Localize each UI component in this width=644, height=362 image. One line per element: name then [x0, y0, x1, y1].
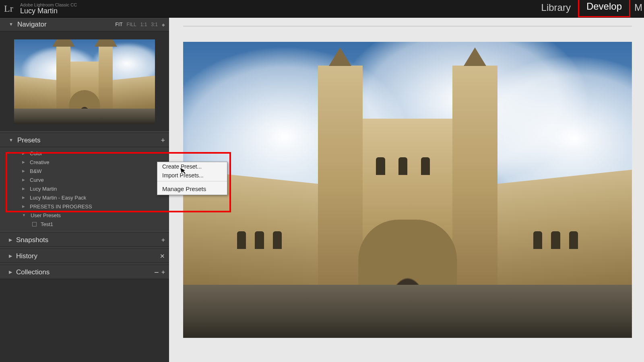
menu-import-presets[interactable]: Import Presets...	[157, 171, 227, 180]
presets-list: ▶Color ▶Creative ▶B&W ▶Curve ▶Lucy Marti…	[0, 147, 169, 231]
add-preset-button[interactable]: +	[161, 136, 165, 145]
tab-library[interactable]: Library	[534, 0, 578, 17]
collections-panel-header[interactable]: ▶ Collections − +	[0, 265, 169, 279]
zoom-fill[interactable]: FILL	[127, 22, 136, 27]
preset-folder-label: Lucy Martin	[30, 186, 57, 192]
collapsed-triangle-icon: ▶	[22, 178, 25, 182]
preset-folder-label: B&W	[30, 168, 42, 174]
preset-folder-in-progress[interactable]: ▶PRESETS IN PROGRESS	[0, 202, 169, 211]
canvas-area	[169, 18, 644, 362]
preset-folder-label: Curve	[30, 177, 44, 183]
clear-history-button[interactable]: ✕	[160, 253, 165, 260]
collapsed-triangle-icon: ▶	[22, 151, 25, 155]
presets-panel-header[interactable]: ▼ Presets +	[0, 134, 169, 147]
tab-develop[interactable]: Develop	[578, 0, 630, 17]
toolbar-divider	[183, 26, 632, 27]
collapsed-triangle-icon[interactable]: ▶	[9, 253, 12, 259]
history-title: History	[16, 252, 37, 260]
preset-item-label: Test1	[41, 221, 53, 227]
app-logo: Lr	[4, 3, 20, 14]
module-tabs: Library Develop M	[534, 0, 644, 17]
preset-folder-label: Color	[30, 150, 42, 156]
preset-folder-label: Creative	[30, 159, 49, 165]
add-collection-button[interactable]: +	[161, 269, 165, 276]
collapsed-triangle-icon[interactable]: ▶	[9, 269, 12, 275]
title-stack: Adobe Lightroom Classic CC Lucy Martin	[20, 2, 77, 15]
preset-folder-curve[interactable]: ▶Curve	[0, 175, 169, 184]
menu-create-preset[interactable]: Create Preset...	[157, 162, 227, 171]
snapshots-title: Snapshots	[16, 236, 48, 244]
zoom-more-icon[interactable]: ◆	[162, 23, 165, 27]
presets-context-menu: Create Preset... Import Presets... Manag…	[157, 162, 227, 195]
expanded-triangle-icon: ▼	[22, 213, 26, 217]
navigator-panel-header[interactable]: ▼ Navigator FIT FILL 1:1 3:1 ◆	[0, 18, 169, 31]
collections-title: Collections	[16, 268, 50, 276]
tab-more-cut[interactable]: M	[630, 0, 644, 17]
collapsed-triangle-icon: ▶	[22, 195, 25, 200]
snapshots-panel-header[interactable]: ▶ Snapshots +	[0, 233, 169, 247]
navigator-thumbnail[interactable]	[14, 39, 155, 124]
navigator-title: Navigator	[17, 21, 47, 29]
preset-folder-lucy-martin[interactable]: ▶Lucy Martin	[0, 184, 169, 193]
zoom-3-1[interactable]: 3:1	[151, 22, 158, 27]
preset-folder-creative[interactable]: ▶Creative	[0, 158, 169, 167]
history-panel-header[interactable]: ▶ History ✕	[0, 249, 169, 263]
main-image-preview[interactable]	[183, 42, 632, 338]
navigator-thumbnail-wrap	[0, 31, 169, 131]
preset-folder-bw[interactable]: ▶B&W	[0, 167, 169, 175]
titlebar: Lr Adobe Lightroom Classic CC Lucy Marti…	[0, 0, 644, 18]
preset-folder-label: Lucy Martin - Easy Pack	[30, 195, 86, 201]
navigator-zoom-options: FIT FILL 1:1 3:1 ◆	[116, 22, 165, 27]
menu-manage-presets[interactable]: Manage Presets	[157, 183, 227, 195]
preset-folder-easy-pack[interactable]: ▶Lucy Martin - Easy Pack	[0, 193, 169, 202]
preset-folder-user-presets[interactable]: ▼User Presets	[0, 211, 169, 220]
preset-folder-color[interactable]: ▶Color	[0, 149, 169, 158]
preset-folder-label: PRESETS IN PROGRESS	[30, 204, 92, 210]
menu-separator	[157, 181, 227, 181]
remove-collection-button[interactable]: −	[154, 268, 159, 277]
disclosure-triangle-icon[interactable]: ▼	[9, 22, 13, 27]
add-snapshot-button[interactable]: +	[161, 237, 165, 244]
presets-title: Presets	[17, 136, 41, 144]
collapsed-triangle-icon[interactable]: ▶	[9, 237, 12, 243]
zoom-1-1[interactable]: 1:1	[140, 22, 147, 27]
collapsed-triangle-icon: ▶	[22, 160, 25, 164]
preset-folder-label: User Presets	[31, 212, 61, 218]
app-name: Adobe Lightroom Classic CC	[20, 2, 77, 7]
identity-plate: Lucy Martin	[20, 7, 77, 15]
main-area: ▼ Navigator FIT FILL 1:1 3:1 ◆	[0, 18, 644, 362]
collapsed-triangle-icon: ▶	[22, 204, 25, 208]
collapsed-triangle-icon: ▶	[22, 169, 25, 173]
zoom-fit[interactable]: FIT	[116, 22, 123, 27]
preset-item-test1[interactable]: Test1	[0, 220, 169, 228]
preset-icon	[32, 222, 37, 226]
collapsed-triangle-icon: ▶	[22, 187, 25, 191]
disclosure-triangle-icon[interactable]: ▼	[9, 138, 13, 142]
left-sidebar: ▼ Navigator FIT FILL 1:1 3:1 ◆	[0, 18, 169, 362]
